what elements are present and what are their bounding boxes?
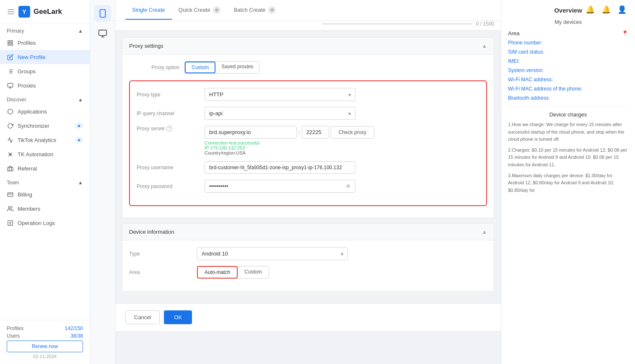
proxy-settings-header: Proxy settings ▲ <box>122 38 494 54</box>
charge-item-1: 1.How we charge: We charge for every 15 … <box>508 121 628 143</box>
sidebar-item-proxies[interactable]: Proxies <box>0 78 90 93</box>
analytics-icon <box>7 137 13 143</box>
svg-rect-6 <box>10 40 12 42</box>
sidebar-item-profiles[interactable]: Profiles <box>0 36 90 50</box>
proxy-collapse-icon[interactable]: ▲ <box>482 43 487 49</box>
area-tab-auto[interactable]: Auto-match <box>197 266 238 279</box>
proxy-server-row: Proxy server ? : Check proxy <box>137 126 479 155</box>
sidebar-discover-header: Discover ▲ <box>0 93 90 104</box>
main-content: 0 / 1500 Proxy settings ▲ Proxy option C… <box>115 21 501 364</box>
sync-icon <box>7 122 13 129</box>
desktop-icon-btn[interactable] <box>94 25 111 42</box>
analytics-badge: ● <box>75 137 83 143</box>
user-avatar-icon[interactable]: 👤 <box>617 5 627 14</box>
sidebar-item-new-profile[interactable]: New Profile <box>0 50 90 64</box>
device-area-row: Area Auto-match Custom <box>129 266 487 279</box>
svg-rect-20 <box>8 193 13 196</box>
proxy-password-input[interactable] <box>205 180 355 193</box>
option-tab-saved[interactable]: Saved proxies <box>215 62 259 73</box>
mobile-icon-btn[interactable] <box>94 5 111 22</box>
proxy-settings-section: Proxy settings ▲ Proxy option Custom Sav… <box>122 37 494 218</box>
proxy-settings-body: Proxy option Custom Saved proxies Proxy … <box>122 54 494 218</box>
sidebar-item-applications[interactable]: Applications <box>0 104 90 119</box>
notification-bell-icon[interactable]: 🔔 <box>586 5 595 14</box>
svg-text:Y: Y <box>22 8 26 15</box>
sync-badge: ● <box>75 123 83 129</box>
charge-item-3: 3.Maximum daily charges per device: $1.0… <box>508 172 628 194</box>
device-info-body: Type Android 10 Android 9 Android 12 And… <box>122 240 494 291</box>
batch-create-badge: ⊖ <box>268 6 276 14</box>
renew-button[interactable]: Renew now <box>7 341 83 352</box>
sidebar-item-tiktok-analytics[interactable]: TikTok Analytics ● <box>0 133 90 147</box>
chevron-up-icon[interactable]: ▲ <box>78 28 83 34</box>
system-version-field: System version: <box>508 67 628 73</box>
connection-region-text: Country/region:USA <box>205 150 374 155</box>
device-collapse-icon[interactable]: ▲ <box>482 229 487 235</box>
tab-quick-create[interactable]: Quick Create ⊖ <box>172 0 227 21</box>
svg-rect-8 <box>10 43 12 45</box>
sidebar-item-operation-logs[interactable]: Operation Logs <box>0 216 90 230</box>
profiles-count: 142/150 <box>65 325 83 331</box>
option-tab-custom[interactable]: Custom <box>185 62 215 73</box>
proxy-fields-highlighted: Proxy type HTTP HTTPS SOCKS5 <box>129 80 487 206</box>
area-tab-custom[interactable]: Custom <box>238 266 269 279</box>
sidebar-item-members[interactable]: Members <box>0 201 90 216</box>
imei-field: IMEI: <box>508 58 628 64</box>
brand-name: GeeLark <box>34 8 62 16</box>
bluetooth-field: Bluetooth address: <box>508 95 628 101</box>
device-type-select-wrap: Android 10 Android 9 Android 12 Android … <box>197 247 348 260</box>
menu-icon[interactable] <box>7 8 15 16</box>
sidebar-primary-header: Primary ▲ <box>0 24 90 36</box>
alert-bell-icon[interactable]: 🔔 <box>601 5 611 14</box>
grid-icon <box>7 39 13 46</box>
sidebar-logo: Y GeeLark <box>0 0 90 24</box>
device-icon-bar <box>90 0 115 364</box>
connection-success-text: Connection test successful <box>205 140 374 145</box>
proxy-type-select-wrap: HTTP HTTPS SOCKS5 <box>205 88 355 101</box>
chevron-up-icon-2[interactable]: ▲ <box>78 97 83 103</box>
password-toggle-icon[interactable]: 👁 <box>345 183 351 190</box>
area-tabs: Auto-match Custom <box>197 266 269 279</box>
sidebar-item-billing[interactable]: Billing <box>0 187 90 201</box>
cancel-button[interactable]: Cancel <box>125 310 160 324</box>
tab-single-create[interactable]: Single Create <box>125 1 172 20</box>
chevron-up-icon-3[interactable]: ▲ <box>78 180 83 186</box>
sidebar-item-synchronizer[interactable]: Synchronizer ● <box>0 119 90 133</box>
sidebar-footer: Profiles 142/150 Users 38/38 Renew now 0… <box>0 320 90 364</box>
location-icon[interactable]: 📍 <box>622 30 628 36</box>
device-type-select[interactable]: Android 10 Android 9 Android 12 Android … <box>197 247 348 260</box>
sidebar-item-groups[interactable]: Groups <box>0 64 90 78</box>
help-icon[interactable]: ? <box>166 126 172 132</box>
sidebar-team-header: Team ▲ <box>0 176 90 187</box>
proxy-username-row: Proxy username <box>137 161 479 174</box>
ok-button[interactable]: OK <box>164 310 192 324</box>
proxy-port-input[interactable] <box>302 126 329 139</box>
sidebar-item-referral[interactable]: Referral <box>0 161 90 176</box>
proxy-icon <box>7 82 13 89</box>
app-icon <box>7 108 13 115</box>
proxy-username-input[interactable] <box>205 161 355 174</box>
list-icon <box>7 68 13 75</box>
users-count: 38/38 <box>70 333 83 339</box>
sim-card-field: SIM card status: <box>508 49 628 55</box>
device-charges-title: Device charges <box>508 111 628 118</box>
logs-icon <box>7 219 13 226</box>
check-proxy-button[interactable]: Check proxy <box>331 126 375 139</box>
tab-batch-create[interactable]: Batch Create ⊖ <box>227 0 283 21</box>
svg-rect-29 <box>98 30 106 36</box>
proxy-username-wrap <box>205 161 355 174</box>
proxy-host-input[interactable] <box>205 126 297 139</box>
main-tabs: Single Create Quick Create ⊖ Batch Creat… <box>115 0 501 21</box>
quick-create-badge: ⊖ <box>213 6 220 14</box>
proxy-option-row: Proxy option Custom Saved proxies <box>129 61 487 74</box>
edit-icon <box>7 54 13 60</box>
progress-text: 0 / 1500 <box>476 21 494 27</box>
sidebar: Y GeeLark Primary ▲ Profiles New Profile… <box>0 0 90 364</box>
proxy-type-select[interactable]: HTTP HTTPS SOCKS5 <box>205 88 355 101</box>
svg-rect-19 <box>8 167 13 171</box>
device-info-header: Device information ▲ <box>122 224 494 240</box>
svg-rect-5 <box>8 40 9 42</box>
main-area: Single Create Quick Create ⊖ Batch Creat… <box>115 0 501 364</box>
sidebar-item-tk-automation[interactable]: TK Automation <box>0 147 90 161</box>
ip-query-select[interactable]: ip-api ipinfo.io <box>205 107 355 120</box>
